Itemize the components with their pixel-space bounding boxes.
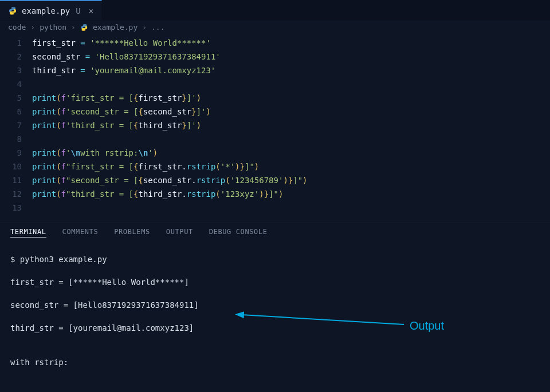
tab-bar: example.py U × <box>0 0 550 21</box>
code-line: print(f'first_str = [{first_str}]') <box>32 91 550 105</box>
line-number: 9 <box>0 146 22 160</box>
line-number: 1 <box>0 36 22 50</box>
terminal-line: $ python3 example.py <box>10 254 540 265</box>
code-line <box>32 201 550 215</box>
tab-problems[interactable]: PROBLEMS <box>114 228 150 237</box>
close-icon[interactable]: × <box>89 7 93 15</box>
line-number: 10 <box>0 160 22 173</box>
code-line: print(f'\nwith rstrip:\n') <box>32 146 550 160</box>
line-number: 5 <box>0 91 22 105</box>
terminal-line: with rstrip: <box>10 357 540 368</box>
code-line: print(f"first_str = [{first_str.rstrip('… <box>32 160 550 173</box>
code-line: third_str = 'youremail@mail.comxyz123' <box>32 64 550 77</box>
chevron-right-icon: › <box>71 23 76 31</box>
panel-tab-bar: TERMINAL COMMENTS PROBLEMS OUTPUT DEBUG … <box>0 223 550 241</box>
code-line: print(f"second_str = [{second_str.rstrip… <box>32 173 550 187</box>
breadcrumb-seg-python[interactable]: python <box>40 23 66 31</box>
tab-comments[interactable]: COMMENTS <box>62 228 99 237</box>
line-number: 8 <box>0 132 22 146</box>
line-number: 7 <box>0 118 22 132</box>
terminal-line: second_str = [Hello8371929371637384911] <box>10 299 540 311</box>
line-number: 11 <box>0 173 22 187</box>
code-line: print(f'third_str = [{third_str}]') <box>32 118 550 132</box>
breadcrumb-ellipsis[interactable]: ... <box>151 23 164 31</box>
terminal-panel[interactable]: $ python3 example.py first_str = [******… <box>0 241 550 392</box>
tab-debug-console[interactable]: DEBUG CONSOLE <box>209 228 268 237</box>
line-number: 6 <box>0 105 22 118</box>
editor-tab-example-py[interactable]: example.py U × <box>0 0 102 20</box>
code-content[interactable]: first_str = '******Hello World******' se… <box>32 36 550 215</box>
code-line <box>32 77 550 91</box>
code-line: first_str = '******Hello World******' <box>32 36 550 50</box>
line-number: 4 <box>0 77 22 91</box>
code-line: print(f"third_str = [{third_str.rstrip('… <box>32 187 550 201</box>
code-line: second_str = 'Hello8371929371637384911' <box>32 50 550 64</box>
python-icon <box>8 6 17 15</box>
line-number: 2 <box>0 50 22 64</box>
line-number: 13 <box>0 201 22 215</box>
line-number: 12 <box>0 187 22 201</box>
tab-modified-badge: U <box>76 6 80 15</box>
annotation-label: Output <box>410 319 444 332</box>
tab-filename: example.py <box>22 6 70 15</box>
terminal-line: third_str = [youremail@mail.comxyz123] <box>10 322 540 334</box>
breadcrumb: code › python › example.py › ... <box>0 21 550 35</box>
code-editor[interactable]: 1 2 3 4 5 6 7 8 9 10 11 12 13 first_str … <box>0 35 550 223</box>
code-line: print(f'second_str = [{second_str}]') <box>32 105 550 118</box>
terminal-line: first_str = [******Hello World******] <box>10 276 540 288</box>
chevron-right-icon: › <box>142 23 147 31</box>
line-number-gutter: 1 2 3 4 5 6 7 8 9 10 11 12 13 <box>0 36 32 215</box>
python-icon <box>80 23 88 31</box>
breadcrumb-seg-code[interactable]: code <box>8 23 26 31</box>
tab-terminal[interactable]: TERMINAL <box>10 228 46 237</box>
chevron-right-icon: › <box>30 23 35 31</box>
line-number: 3 <box>0 64 22 77</box>
breadcrumb-seg-file[interactable]: example.py <box>93 23 138 31</box>
code-line <box>32 132 550 146</box>
tab-output[interactable]: OUTPUT <box>166 228 193 237</box>
